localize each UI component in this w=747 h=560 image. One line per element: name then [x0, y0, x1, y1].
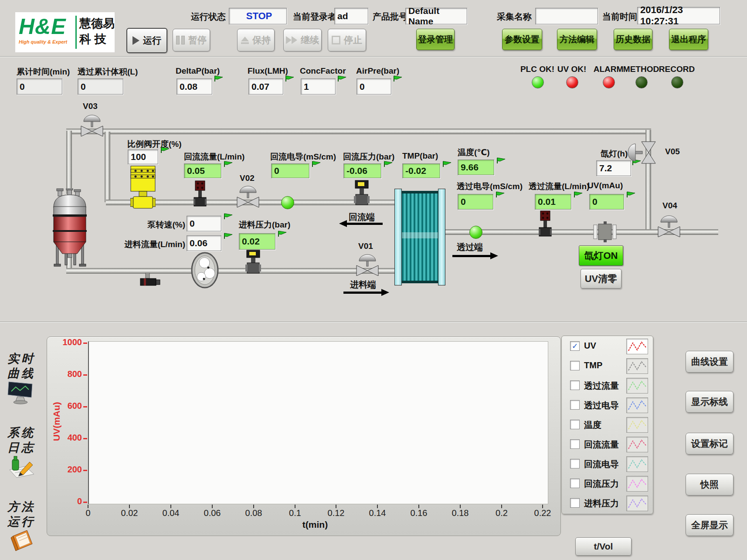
current-time-value: 2016/1/23 10:27:31 — [637, 7, 720, 24]
record-led — [671, 76, 683, 88]
feed-line-sensor — [139, 273, 160, 287]
legend-linestyle-uv — [626, 339, 648, 354]
run-button[interactable]: 运行 — [126, 28, 167, 53]
flux-flag-icon — [285, 75, 295, 82]
perm-cond-value: 0 — [458, 194, 493, 210]
legend-label-perm-cond: 透过电导 — [584, 400, 619, 411]
valve-v02 — [236, 183, 260, 207]
return-cond-flag-icon — [312, 160, 321, 167]
hold-button-label: 保持 — [252, 34, 271, 46]
legend-checkbox-feed-pres[interactable] — [570, 498, 580, 508]
method-edit-button[interactable]: 方法编辑 — [557, 29, 597, 50]
resume-button[interactable]: 继续 — [283, 29, 322, 51]
legend-label-feed-pres: 进料压力 — [584, 498, 619, 509]
return-pres-flag-icon — [384, 160, 393, 167]
current-user-label: 当前登录者 — [293, 11, 336, 23]
feed-pres-value: 0.02 — [239, 233, 275, 250]
realtime-curve-icon[interactable] — [6, 380, 35, 404]
show-cursor-button[interactable]: 显示标线 — [686, 391, 733, 413]
feed-flow-label: 进料流量(L/min) — [123, 239, 185, 250]
company-logo: H&E High quality & Expert 慧德易 科 技 — [15, 12, 115, 52]
legend-linestyle-tmp — [626, 358, 648, 374]
uv-flag-icon — [626, 191, 636, 198]
uv-zero-button[interactable]: UV清零 — [581, 269, 621, 288]
permeate-total-volume-value: 0 — [78, 78, 123, 95]
feed-flow-flag-icon — [224, 232, 233, 239]
method-run-icon[interactable] — [10, 526, 34, 553]
fullscreen-button[interactable]: 全屏显示 — [686, 514, 733, 536]
login-manage-button[interactable]: 登录管理 — [416, 29, 455, 50]
x-tick: 0.02 — [114, 508, 145, 518]
return-flow-arrow — [339, 220, 383, 227]
legend-checkbox-uv[interactable]: ✓ — [570, 341, 580, 351]
flux-label: Flux(LMH) — [248, 66, 288, 76]
curve-settings-button[interactable]: 曲线设置 — [686, 351, 733, 373]
valve-v03-label: V03 — [83, 102, 98, 111]
method-led — [635, 76, 648, 88]
temperature-value: 9.66 — [458, 160, 494, 175]
record-label: RECORD — [655, 64, 699, 74]
x-tick: 0.14 — [362, 508, 393, 518]
return-flowmeter-sensor — [194, 180, 207, 207]
history-data-button[interactable]: 历史数据 — [614, 29, 652, 50]
t-vol-toggle-button[interactable]: t/Vol — [575, 537, 632, 556]
pump-speed-field[interactable]: 0 — [187, 216, 221, 231]
set-marker-button[interactable]: 设置标记 — [686, 433, 733, 455]
y-tick: 1000 — [51, 337, 82, 347]
airpre-label: AirPre(bar) — [356, 66, 399, 76]
return-flow-label: 回流流量(L/min) — [184, 151, 244, 163]
airpre-flag-icon — [393, 75, 403, 82]
x-tick: 0 — [73, 508, 103, 518]
sidebar-item-method-run[interactable]: 方法运行 — [3, 499, 39, 529]
feed-pres-label: 进料压力(bar) — [239, 219, 290, 231]
permeate-flow-arrow — [452, 252, 498, 259]
return-line-indicator-ball — [281, 196, 294, 209]
run-button-label: 运行 — [143, 34, 161, 47]
plc-ok-led — [532, 76, 544, 88]
legend-checkbox-ret-flow[interactable] — [570, 439, 580, 449]
sidebar-item-realtime-curve[interactable]: 实时曲线 — [3, 351, 39, 381]
feed-flow-field[interactable]: 0.06 — [187, 235, 221, 251]
legend-checkbox-perm-flow[interactable] — [570, 380, 580, 390]
legend-checkbox-ret-pres[interactable] — [570, 479, 580, 488]
valve-v05-label: V05 — [665, 147, 680, 156]
system-log-icon[interactable] — [7, 454, 36, 479]
xenon-lamp-toggle-button[interactable]: 氙灯ON — [579, 245, 623, 266]
uv-ok-led — [566, 76, 578, 88]
prop-valve-open-label: 比例阀开度(%) — [127, 139, 182, 150]
pause-button[interactable]: 暂停 — [173, 29, 210, 51]
sidebar-item-system-log[interactable]: 系统日志 — [3, 425, 39, 455]
current-user-field[interactable]: ad — [334, 8, 368, 24]
param-settings-button[interactable]: 参数设置 — [502, 29, 542, 50]
legend-label-ret-flow: 回流流量 — [584, 439, 619, 451]
total-time-value: 0 — [17, 78, 62, 95]
legend-linestyle-ret-flow — [626, 437, 648, 452]
x-tick: 0.18 — [445, 508, 475, 518]
play-icon — [132, 36, 139, 45]
temperature-flag-icon — [496, 157, 506, 164]
chart-plot-area[interactable] — [88, 341, 548, 504]
permeate-flowmeter-sensor — [539, 210, 552, 238]
acquisition-name-field[interactable] — [535, 8, 598, 24]
concfactor-label: ConcFactor — [300, 66, 346, 76]
hold-button[interactable]: 保持 — [237, 29, 275, 51]
exit-program-button[interactable]: 退出程序 — [669, 29, 708, 50]
legend-checkbox-temp[interactable] — [570, 420, 580, 429]
feed-pres-flag-icon — [278, 230, 287, 237]
deltap-value: 0.08 — [177, 78, 212, 95]
legend-checkbox-ret-cond[interactable] — [570, 459, 580, 468]
legend-checkbox-perm-cond[interactable] — [570, 400, 580, 410]
legend-label-temp: 温度 — [584, 419, 601, 431]
batch-field[interactable]: Default Name — [405, 8, 467, 24]
alarm-led — [603, 76, 615, 88]
prop-valve-open-field[interactable]: 100 — [128, 149, 158, 164]
feed-pipe — [66, 268, 395, 274]
pause-icon — [176, 36, 185, 44]
stop-button[interactable]: 停止 — [328, 29, 366, 51]
legend-checkbox-tmp[interactable] — [570, 361, 580, 370]
current-time-label: 当前时间 — [602, 11, 637, 23]
feed-pump — [191, 252, 219, 288]
stop-button-label: 停止 — [344, 34, 362, 46]
x-tick: 0.12 — [321, 508, 351, 518]
snapshot-button[interactable]: 快照 — [686, 474, 733, 496]
